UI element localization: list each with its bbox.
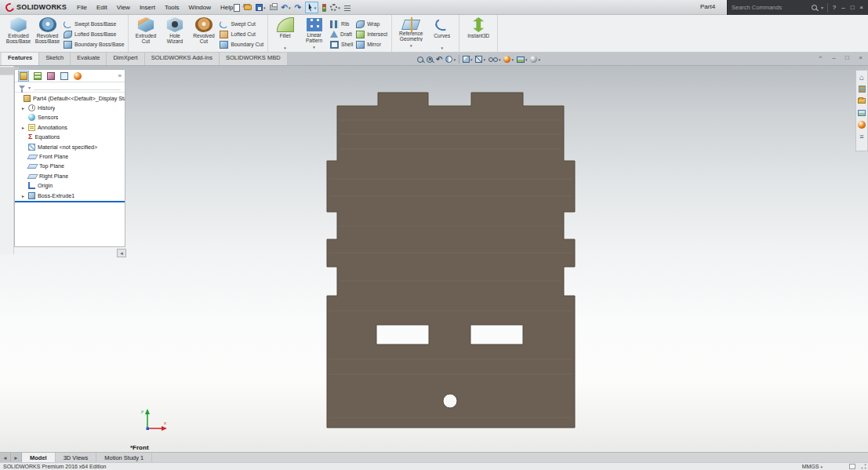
dimxpertmanager-tab[interactable] (60, 71, 69, 81)
tree-item-sensors[interactable]: Sensors (15, 113, 125, 122)
linear-pattern-button[interactable]: Linear Pattern (300, 16, 328, 50)
zoom-to-fit-button[interactable] (417, 56, 423, 63)
tree-item-equations[interactable]: Equations (15, 133, 125, 142)
tree-item-front-plane[interactable]: Front Plane (15, 151, 125, 161)
tab-scroll-left-button[interactable] (0, 453, 11, 462)
search-scope-caret[interactable] (821, 4, 823, 11)
design-library-icon[interactable] (858, 85, 866, 93)
hide-show-items-button[interactable] (488, 56, 501, 63)
options-button[interactable] (330, 4, 340, 11)
revolved-cut-button[interactable]: Revolved Cut (190, 16, 217, 44)
tab-model[interactable]: Model (22, 453, 56, 462)
search-input[interactable] (732, 4, 808, 11)
expander-icon[interactable] (22, 124, 28, 131)
search-icon[interactable] (812, 5, 817, 10)
collapse-ribbon-icon[interactable] (817, 54, 824, 61)
menu-tools[interactable]: Tools (160, 4, 184, 11)
doc-restore-icon[interactable] (844, 54, 851, 61)
redo-button[interactable] (294, 4, 300, 12)
tree-item-history[interactable]: History (15, 103, 125, 112)
custom-properties-icon[interactable] (858, 132, 866, 140)
window-close-button[interactable] (859, 4, 864, 11)
window-minimize-button[interactable] (841, 4, 846, 11)
rollback-bar[interactable] (15, 201, 125, 202)
expander-icon[interactable] (22, 192, 28, 199)
part-face[interactable] (327, 93, 575, 428)
lofted-boss-base-button[interactable]: Lofted Boss/Base (64, 29, 124, 39)
previous-view-button[interactable] (436, 56, 442, 64)
hole-wizard-button[interactable]: Hole Wizard (161, 16, 188, 44)
tab-solidworks-mbd[interactable]: SOLIDWORKS MBD (220, 53, 288, 65)
menu-edit[interactable]: Edit (92, 4, 112, 11)
tree-item-annotations[interactable]: Annotations (15, 122, 125, 132)
undo-button[interactable] (281, 4, 291, 12)
tree-item-root[interactable]: Part4 (Default<<Default>_Display State 1 (15, 93, 125, 103)
instant3d-button[interactable]: Instant3D (463, 16, 494, 44)
help-icon[interactable] (832, 4, 837, 11)
view-orientation-button[interactable] (463, 56, 473, 63)
boundary-cut-button[interactable]: Boundary Cut (220, 39, 263, 49)
intersect-button[interactable]: Intersect (356, 29, 387, 39)
configurationmanager-tab[interactable] (46, 71, 56, 81)
save-button[interactable] (256, 4, 266, 11)
tree-item-top-plane[interactable]: Top Plane (15, 162, 125, 171)
mirror-button[interactable]: Mirror (356, 39, 387, 49)
zoom-to-area-button[interactable] (427, 56, 433, 63)
wrap-button[interactable]: Wrap (356, 19, 387, 29)
extruded-cut-button[interactable]: Extruded Cut (132, 16, 159, 44)
tree-item-origin[interactable]: Origin (15, 181, 125, 191)
rebuild-button[interactable] (322, 4, 326, 12)
swept-boss-base-button[interactable]: Swept Boss/Base (64, 19, 124, 29)
open-button[interactable] (244, 5, 252, 10)
tab-3d-views[interactable]: 3D Views (56, 453, 97, 462)
tab-dimxpert[interactable]: DimXpert (107, 53, 144, 65)
section-view-button[interactable] (445, 56, 456, 63)
menu-window[interactable]: Window (184, 4, 216, 11)
tree-item-material[interactable]: Material <not specified> (15, 142, 125, 151)
units-selector[interactable]: MMGS (802, 464, 823, 469)
lofted-cut-button[interactable]: Lofted Cut (220, 29, 263, 39)
reference-geometry-button[interactable]: Reference Geometry (395, 16, 427, 49)
solidworks-resources-icon[interactable] (858, 73, 866, 82)
appearances-icon[interactable] (858, 120, 866, 129)
tab-evaluate[interactable]: Evaluate (71, 53, 107, 65)
tab-scroll-right-button[interactable] (11, 453, 22, 462)
tab-motion-study-1[interactable]: Motion Study 1 (96, 453, 152, 462)
select-tool-button[interactable] (305, 2, 319, 13)
apply-scene-button[interactable] (517, 56, 528, 63)
panel-chevron-icon[interactable] (118, 72, 122, 79)
doc-close-icon[interactable] (857, 54, 864, 61)
menu-view[interactable]: View (112, 4, 135, 11)
panel-collapse-handle[interactable] (117, 249, 126, 257)
view-settings-button[interactable] (530, 56, 540, 63)
displaymanager-tab[interactable] (73, 71, 82, 81)
filter-input-line[interactable] (34, 84, 121, 90)
view-palette-icon[interactable] (858, 108, 866, 117)
tab-features[interactable]: Features (2, 53, 39, 65)
menu-insert[interactable]: Insert (135, 4, 160, 11)
edit-appearance-button[interactable] (503, 56, 514, 63)
model-canvas[interactable]: y x (0, 66, 868, 452)
file-explorer-icon[interactable] (858, 97, 866, 105)
swept-cut-button[interactable]: Swept Cut (220, 19, 263, 29)
tab-solidworks-add-ins[interactable]: SOLIDWORKS Add-Ins (145, 53, 220, 65)
print-button[interactable] (270, 5, 278, 10)
file-properties-button[interactable] (344, 5, 350, 11)
tree-item-boss-extrude1[interactable]: Boss-Extrude1 (15, 191, 125, 200)
rib-button[interactable]: Rib (330, 19, 353, 29)
filter-icon[interactable] (19, 86, 25, 89)
featuremanager-tab[interactable] (18, 71, 29, 82)
doc-minimize-icon[interactable] (830, 54, 837, 61)
tree-item-right-plane[interactable]: Right Plane (15, 171, 125, 180)
display-style-button[interactable] (475, 56, 485, 63)
graphics-area[interactable]: y x (0, 66, 868, 452)
shell-button[interactable]: Shell (330, 39, 353, 49)
filter-caret-icon[interactable] (28, 84, 31, 91)
fillet-button[interactable]: Fillet (271, 16, 299, 51)
draft-button[interactable]: Draft (330, 29, 353, 39)
menu-file[interactable]: File (72, 4, 92, 11)
extruded-boss-base-button[interactable]: Extruded Boss/Base (5, 16, 32, 44)
status-tag-icon[interactable] (849, 464, 855, 469)
expander-icon[interactable] (22, 104, 28, 111)
propertymanager-tab[interactable] (33, 71, 42, 81)
